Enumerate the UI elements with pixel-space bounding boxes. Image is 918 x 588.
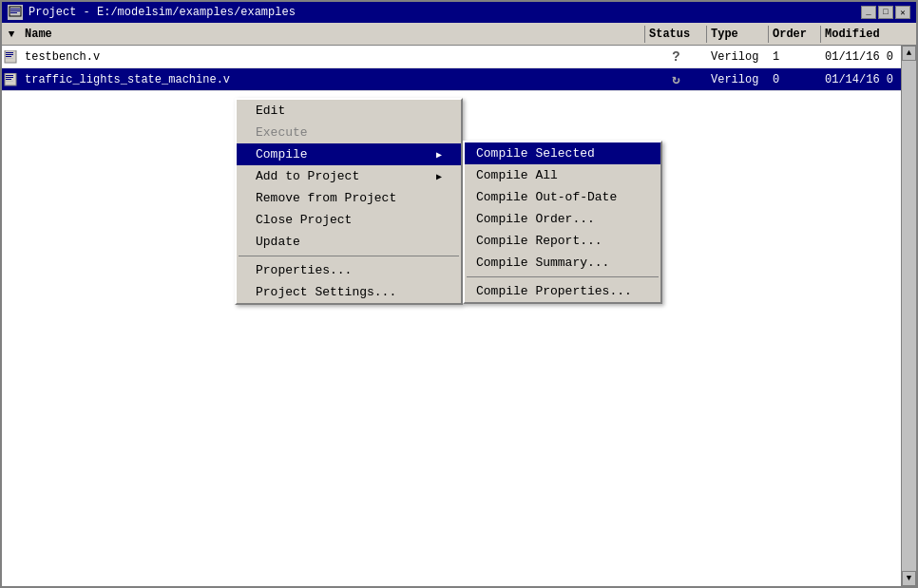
submenu-arrow: ▶: [436, 149, 442, 161]
title-bar-left: Project - E:/modelsim/examples/examples: [8, 5, 296, 20]
col-header-type[interactable]: Type: [707, 26, 769, 43]
title-bar-controls: _ □ ✕: [861, 6, 910, 19]
table-row[interactable]: testbench.v ? Verilog 1 01/11/16 0: [2, 46, 916, 68]
menu-item-project-settings[interactable]: Project Settings...: [237, 281, 461, 303]
maximize-button[interactable]: □: [878, 6, 893, 19]
svg-rect-5: [6, 52, 13, 53]
table-row[interactable]: traffic_lights_state_machine.v ↻ Verilog…: [2, 68, 916, 91]
col-header-status[interactable]: Status: [645, 26, 707, 43]
menu-item-add-to-project[interactable]: Add to Project ▶: [237, 165, 461, 187]
svg-rect-8: [6, 58, 13, 59]
file-icon: [2, 50, 21, 64]
row-status: ↻: [645, 69, 707, 89]
submenu-separator: [467, 276, 659, 277]
col-header-order[interactable]: Order: [769, 26, 821, 43]
row-name: traffic_lights_state_machine.v: [21, 71, 645, 88]
table-body: testbench.v ? Verilog 1 01/11/16 0 traff…: [2, 46, 916, 586]
svg-rect-12: [6, 79, 11, 80]
filter-icon[interactable]: ▼: [2, 27, 21, 42]
compile-submenu: Compile Selected Compile All Compile Out…: [463, 141, 662, 304]
menu-item-remove-from-project[interactable]: Remove from Project: [237, 187, 461, 209]
submenu-item-compile-properties[interactable]: Compile Properties...: [465, 280, 660, 302]
svg-rect-6: [6, 54, 13, 55]
menu-separator: [239, 256, 459, 256]
row-type: Verilog: [707, 48, 769, 66]
svg-rect-1: [10, 9, 20, 9]
title-bar: Project - E:/modelsim/examples/examples …: [2, 2, 916, 23]
submenu-item-compile-order[interactable]: Compile Order...: [465, 208, 660, 230]
table-header: ▼ Name Status Type Order Modified: [2, 23, 916, 46]
row-order: 0: [769, 71, 821, 88]
window-icon: [8, 5, 23, 20]
submenu-item-compile-out-of-date[interactable]: Compile Out-of-Date: [465, 186, 660, 208]
submenu-item-compile-selected[interactable]: Compile Selected: [465, 142, 660, 164]
submenu-item-compile-report[interactable]: Compile Report...: [465, 230, 660, 252]
col-header-modified[interactable]: Modified: [821, 26, 916, 43]
col-header-name[interactable]: Name: [21, 26, 645, 43]
context-menu: Edit Execute Compile ▶ Add to Project ▶ …: [235, 98, 463, 305]
svg-rect-10: [6, 75, 13, 76]
file-icon: [2, 73, 21, 86]
svg-rect-3: [10, 12, 17, 13]
row-type: Verilog: [707, 71, 769, 88]
close-button[interactable]: ✕: [895, 6, 910, 19]
menu-item-edit[interactable]: Edit: [237, 100, 461, 122]
svg-rect-2: [10, 10, 20, 11]
svg-rect-7: [6, 56, 11, 57]
menu-item-update[interactable]: Update: [237, 231, 461, 253]
menu-item-properties[interactable]: Properties...: [237, 259, 461, 281]
window-title: Project - E:/modelsim/examples/examples: [29, 6, 296, 19]
menu-item-close-project[interactable]: Close Project: [237, 209, 461, 231]
row-order: 1: [769, 48, 821, 66]
svg-rect-11: [6, 77, 13, 78]
submenu-item-compile-summary[interactable]: Compile Summary...: [465, 252, 660, 274]
minimize-button[interactable]: _: [861, 6, 876, 19]
submenu-arrow: ▶: [436, 171, 442, 182]
main-window: Project - E:/modelsim/examples/examples …: [0, 0, 918, 588]
menu-item-compile[interactable]: Compile ▶: [237, 143, 461, 165]
menu-item-execute: Execute: [237, 122, 461, 143]
row-status: ?: [645, 47, 707, 66]
vertical-scrollbar[interactable]: ▲ ▼: [901, 46, 916, 586]
submenu-item-compile-all[interactable]: Compile All: [465, 164, 660, 186]
row-name: testbench.v: [21, 48, 645, 66]
svg-rect-13: [6, 81, 13, 82]
